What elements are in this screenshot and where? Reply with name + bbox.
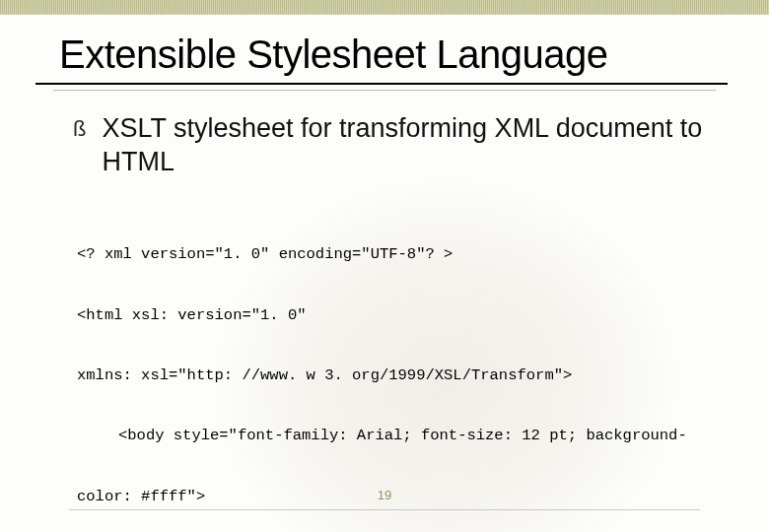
bullet-row: ß XSLT stylesheet for transforming XML d… xyxy=(73,112,722,179)
footer: 19 xyxy=(0,486,769,510)
title-area: Extensible Stylesheet Language xyxy=(0,15,769,97)
title-rule-light xyxy=(53,90,716,91)
top-decorative-band xyxy=(0,0,769,15)
code-line-4a: <body style="font-family: Arial; font-si… xyxy=(77,426,722,445)
bullet-icon: ß xyxy=(73,114,86,144)
code-line-1: <? xml version="1. 0" encoding="UTF-8"? … xyxy=(77,244,722,264)
content-area: ß XSLT stylesheet for transforming XML d… xyxy=(0,97,769,532)
title-rule-heavy xyxy=(35,83,728,85)
code-line-2: <html xsl: version="1. 0" xyxy=(77,305,722,325)
slide-title: Extensible Stylesheet Language xyxy=(59,33,726,77)
page-number: 19 xyxy=(378,488,391,502)
slide: Extensible Stylesheet Language ß XSLT st… xyxy=(0,0,769,532)
footer-rule xyxy=(69,509,700,510)
code-block: <? xml version="1. 0" encoding="UTF-8"? … xyxy=(77,205,722,533)
bullet-text: XSLT stylesheet for transforming XML doc… xyxy=(102,112,722,179)
code-line-3: xmlns: xsl="http: //www. w 3. org/1999/X… xyxy=(77,366,722,385)
